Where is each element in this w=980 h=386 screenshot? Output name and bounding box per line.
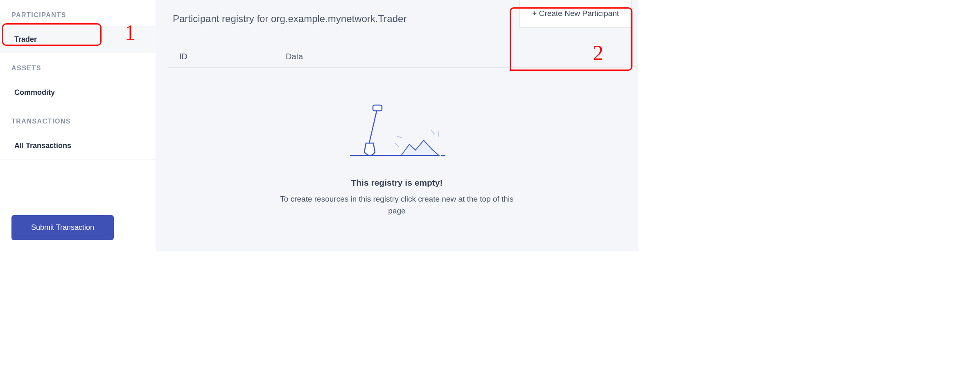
- sidebar-header-participants: PARTICIPANTS: [0, 0, 156, 26]
- sidebar-header-assets: ASSETS: [0, 53, 156, 79]
- svg-line-5: [397, 136, 402, 138]
- empty-state-title: This registry is empty!: [168, 178, 626, 188]
- empty-state: This registry is empty! To create resour…: [168, 104, 626, 217]
- main-content: Participant registry for org.example.myn…: [156, 0, 638, 251]
- sidebar-item-all-transactions[interactable]: All Transactions: [0, 132, 156, 159]
- sidebar-header-transactions: TRANSACTIONS: [0, 106, 156, 132]
- svg-line-4: [395, 143, 399, 147]
- svg-line-6: [431, 130, 435, 135]
- sidebar-item-trader[interactable]: Trader: [0, 26, 156, 53]
- table-header: ID Data: [168, 52, 626, 67]
- column-header-id: ID: [179, 52, 286, 61]
- create-participant-button[interactable]: + Create New Participant: [519, 0, 632, 27]
- sidebar: PARTICIPANTS Trader ASSETS Commodity TRA…: [0, 0, 156, 251]
- sidebar-spacer: [0, 159, 156, 208]
- empty-state-illustration-icon: [348, 104, 446, 162]
- column-header-data: Data: [286, 52, 614, 61]
- submit-transaction-button[interactable]: Submit Transaction: [11, 215, 114, 240]
- svg-rect-2: [373, 105, 382, 111]
- main-header: Participant registry for org.example.myn…: [168, 9, 626, 27]
- svg-line-1: [369, 108, 377, 143]
- svg-line-7: [438, 131, 439, 137]
- sidebar-item-label: All Transactions: [14, 141, 71, 150]
- sidebar-item-commodity[interactable]: Commodity: [0, 79, 156, 106]
- sidebar-item-label: Commodity: [14, 88, 55, 96]
- page-title: Participant registry for org.example.myn…: [168, 9, 406, 25]
- sidebar-item-label: Trader: [14, 35, 37, 43]
- empty-state-description: To create resources in this registry cli…: [278, 193, 516, 217]
